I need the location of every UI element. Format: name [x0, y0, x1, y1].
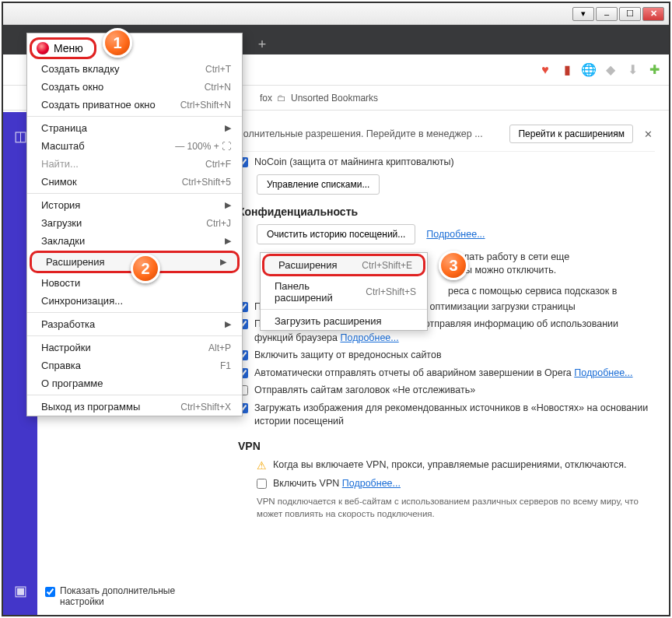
maximize-button[interactable]: ☐	[619, 7, 641, 21]
aero-peek-button[interactable]: ▾	[572, 7, 594, 21]
news-img-label: Загружать изображения для рекомендованны…	[254, 402, 655, 429]
nocoin-label: NoCoin (защита от майнинга криптовалюты)	[254, 156, 454, 170]
new-tab-button[interactable]: +	[252, 34, 272, 54]
manage-lists-button[interactable]: Управление списками...	[257, 174, 380, 195]
menu-bookmarks[interactable]: Закладки▶	[27, 232, 242, 250]
settings-main: полнительные разрешения. Перейдите в мен…	[224, 112, 669, 615]
show-advanced-checkbox[interactable]: Показать дополнительные настройки	[45, 585, 216, 607]
heart-icon[interactable]: ♥	[538, 63, 552, 77]
menu-exit[interactable]: Выход из программыCtrl+Shift+X	[27, 398, 242, 416]
window-titlebar: ▾ – ☐ ✕	[3, 3, 669, 25]
submenu-get-extensions[interactable]: Загрузить расширения	[261, 312, 427, 330]
privacy-more-link[interactable]: Подробнее...	[426, 229, 485, 240]
minimize-button[interactable]: –	[596, 7, 618, 21]
dnt-label: Отправлять сайтам заголовок «Не отслежив…	[254, 384, 475, 398]
privacy-text-3: реса с помощью сервиса подсказок в	[448, 286, 655, 297]
menu-developer[interactable]: Разработка▶	[27, 315, 242, 333]
globe-icon[interactable]: 🌐	[582, 63, 596, 77]
menu-snapshot[interactable]: СнимокCtrl+Shift+5	[27, 173, 242, 191]
show-advanced-label: Показать дополнительные настройки	[60, 585, 216, 607]
main-menu: Создать вкладкуCtrl+T Создать окноCtrl+N…	[26, 33, 243, 416]
bookmark-icon[interactable]: ▮	[560, 63, 574, 77]
shield-icon[interactable]: ◆	[604, 63, 618, 77]
bookmark-item[interactable]: fox	[260, 93, 272, 104]
menu-about[interactable]: О программе	[27, 374, 242, 392]
menu-button-label: Меню	[54, 42, 83, 54]
bookmark-folder[interactable]: Unsorted Bookmarks	[291, 93, 378, 104]
menu-zoom[interactable]: Масштаб— 100% + ⛶	[27, 137, 242, 155]
menu-settings[interactable]: НастройкиAlt+P	[27, 339, 242, 356]
privacy-heading: Конфиденциальность	[238, 205, 655, 218]
step-badge-2: 2	[131, 254, 160, 283]
banner-text: полнительные разрешения. Перейдите в мен…	[238, 128, 502, 139]
download-icon[interactable]: ⬇	[625, 63, 639, 77]
clear-history-button[interactable]: Очистить историю посещений...	[257, 224, 415, 244]
privacy-text-1: сделать работу в сети еще	[448, 251, 655, 265]
panel-icon[interactable]: ▣	[3, 582, 37, 599]
close-button[interactable]: ✕	[642, 7, 664, 21]
vpn-more-link[interactable]: Подробнее...	[342, 478, 401, 489]
vpn-checkbox[interactable]	[257, 479, 267, 489]
menu-find[interactable]: Найти...Ctrl+F	[27, 155, 242, 173]
menu-sync[interactable]: Синхронизация...	[27, 292, 242, 310]
extension-icon[interactable]: ✚	[647, 63, 661, 77]
opera-logo-icon	[37, 42, 49, 54]
menu-new-window[interactable]: Создать окноCtrl+N	[27, 78, 242, 96]
extensions-submenu: РасширенияCtrl+Shift+E Панель расширений…	[260, 252, 428, 331]
opera-menu-button[interactable]: Меню	[30, 37, 96, 59]
vpn-note: Когда вы включаете VPN, прокси, управляе…	[273, 458, 626, 472]
protect-label: Включить защиту от вредоносных сайтов	[254, 349, 442, 363]
menu-page[interactable]: Страница▶	[27, 119, 242, 137]
warning-icon: ⚠	[257, 458, 267, 474]
step-badge-3: 3	[439, 251, 468, 280]
submenu-extensions[interactable]: РасширенияCtrl+Shift+E	[262, 254, 425, 276]
crash-more-link[interactable]: Подробнее...	[574, 367, 632, 378]
vpn-footnote: VPN подключается к веб-сайтам с использо…	[257, 495, 655, 520]
banner-close-button[interactable]: ✕	[641, 128, 655, 140]
menu-new-private[interactable]: Создать приватное окноCtrl+Shift+N	[27, 96, 242, 114]
extensions-banner: полнительные разрешения. Перейдите в мен…	[238, 120, 655, 152]
folder-icon: 🗀	[277, 93, 286, 104]
help-more-link[interactable]: Подробнее...	[340, 332, 398, 343]
vpn-label: Включить VPN Подробнее...	[273, 477, 401, 491]
step-badge-1: 1	[103, 28, 132, 58]
menu-history[interactable]: История▶	[27, 196, 242, 214]
go-to-extensions-button[interactable]: Перейти к расширениям	[509, 125, 633, 143]
privacy-text-2: ужбы можно отключить.	[448, 264, 655, 278]
crash-label: Автоматически отправлять отчеты об авари…	[254, 367, 633, 381]
vpn-heading: VPN	[238, 440, 655, 452]
submenu-ext-panel[interactable]: Панель расширенийCtrl+Shift+S	[261, 277, 427, 307]
show-advanced-input[interactable]	[45, 587, 55, 597]
menu-downloads[interactable]: ЗагрузкиCtrl+J	[27, 214, 242, 232]
menu-help[interactable]: СправкаF1	[27, 356, 242, 374]
menu-new-tab[interactable]: Создать вкладкуCtrl+T	[27, 60, 242, 78]
